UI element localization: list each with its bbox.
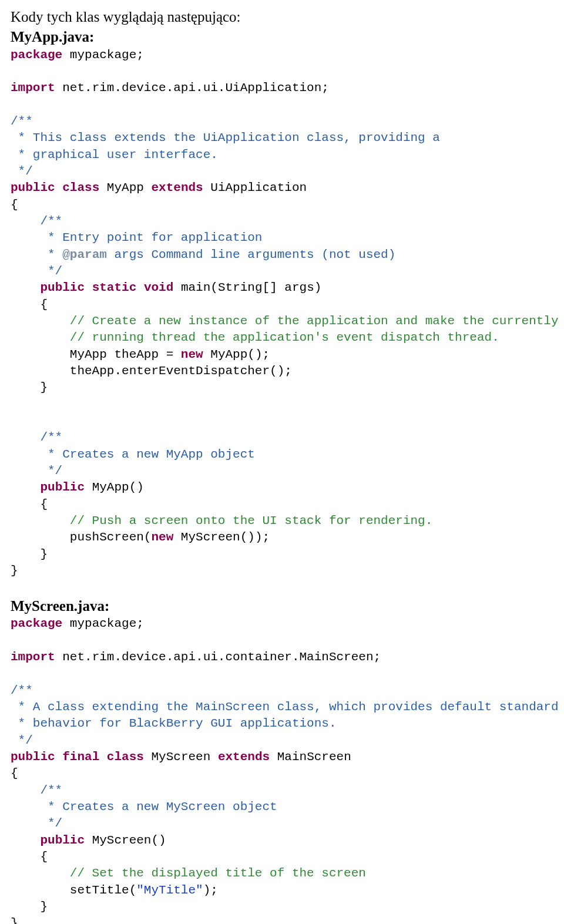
comment-line: // Push a screen onto the UI stack for r… — [11, 514, 432, 527]
indent — [11, 481, 40, 494]
javadoc-line: */ — [11, 164, 33, 178]
javadoc-line: * graphical user interface. — [11, 148, 218, 162]
kw-extends: extends — [218, 750, 270, 764]
kw-void: void — [144, 281, 173, 294]
code-text: MyScreen() — [85, 834, 166, 847]
code-text: UiApplication — [203, 181, 307, 194]
code-text: main(String[] args) — [173, 281, 321, 294]
code-text: MyScreen()); — [173, 530, 270, 544]
code-text: MainScreen — [270, 750, 351, 764]
code-text: mypackage; — [62, 48, 144, 62]
brace: { — [11, 850, 48, 863]
kw-package: package — [11, 48, 62, 62]
brace: { — [11, 498, 48, 511]
string-literal: "MyTitle" — [136, 883, 203, 897]
javadoc-line: * behavior for BlackBerry GUI applicatio… — [11, 717, 337, 730]
javadoc-line: */ — [11, 464, 62, 478]
kw-class: class — [107, 750, 144, 764]
code-text: MyScreen — [144, 750, 218, 764]
kw-import: import — [11, 81, 55, 95]
javadoc-line: * — [11, 248, 62, 261]
intro-text: Kody tych klas wyglądają następująco: — [11, 7, 564, 27]
brace: } — [11, 900, 48, 913]
kw-static: static — [92, 281, 137, 294]
javadoc-line: /** — [11, 784, 62, 797]
kw-final: final — [62, 750, 99, 764]
file2-heading: MyScreen.java: — [11, 596, 564, 616]
indent — [11, 281, 40, 294]
code-text: ); — [203, 883, 218, 897]
code-text: net.rim.device.api.ui.container.MainScre… — [55, 650, 381, 664]
code-text: MyApp theApp = — [11, 348, 181, 361]
javadoc-line: * This class extends the UiApplication c… — [11, 131, 440, 145]
javadoc-line: */ — [11, 817, 62, 830]
comment-line: // Create a new instance of the applicat… — [11, 314, 559, 328]
kw-class: class — [62, 181, 99, 194]
kw-new: new — [151, 530, 173, 544]
comment-line: // Set the displayed title of the screen — [11, 866, 366, 880]
kw-extends: extends — [151, 181, 203, 194]
code-text: MyApp(); — [203, 348, 270, 361]
kw-import: import — [11, 650, 55, 664]
kw-public: public — [40, 834, 85, 847]
kw-public: public — [40, 281, 85, 294]
javadoc-line: */ — [11, 264, 62, 278]
javadoc-line: /** — [11, 214, 62, 228]
brace: } — [11, 916, 18, 924]
javadoc-line: */ — [11, 734, 33, 747]
brace: } — [11, 547, 48, 561]
code-text: net.rim.device.api.ui.UiApplication; — [55, 81, 329, 95]
kw-public: public — [11, 750, 55, 764]
code-text: setTitle( — [11, 883, 136, 897]
kw-public: public — [40, 481, 85, 494]
brace: } — [11, 381, 48, 394]
javadoc-line: * Entry point for application — [11, 231, 262, 244]
brace: { — [11, 198, 18, 211]
code-text: MyApp() — [85, 481, 144, 494]
code-block-2: package mypackage; import net.rim.device… — [11, 616, 564, 924]
code-text: mypackage; — [62, 617, 144, 630]
javadoc-line: * Creates a new MyApp object — [11, 448, 255, 461]
javadoc-line: /** — [11, 115, 33, 128]
javadoc-line: args Command line arguments (not used) — [107, 248, 395, 261]
javadoc-line: /** — [11, 684, 33, 697]
kw-package: package — [11, 617, 62, 630]
indent — [11, 834, 40, 847]
brace: { — [11, 767, 18, 780]
code-text: MyApp — [99, 181, 151, 194]
code-text: pushScreen( — [11, 530, 151, 544]
code-block-1: package mypackage; import net.rim.device… — [11, 47, 564, 580]
javadoc-line: * Creates a new MyScreen object — [11, 800, 277, 814]
file1-heading: MyApp.java: — [11, 27, 564, 47]
javadoc-line: /** — [11, 431, 62, 444]
comment-line: // running thread the application's even… — [11, 331, 499, 344]
kw-new: new — [181, 348, 203, 361]
javadoc-tag: @param — [62, 248, 107, 261]
code-text: theApp.enterEventDispatcher(); — [11, 364, 292, 378]
kw-public: public — [11, 181, 55, 194]
brace: } — [11, 564, 18, 577]
javadoc-line: * A class extending the MainScreen class… — [11, 700, 559, 714]
brace: { — [11, 298, 48, 311]
